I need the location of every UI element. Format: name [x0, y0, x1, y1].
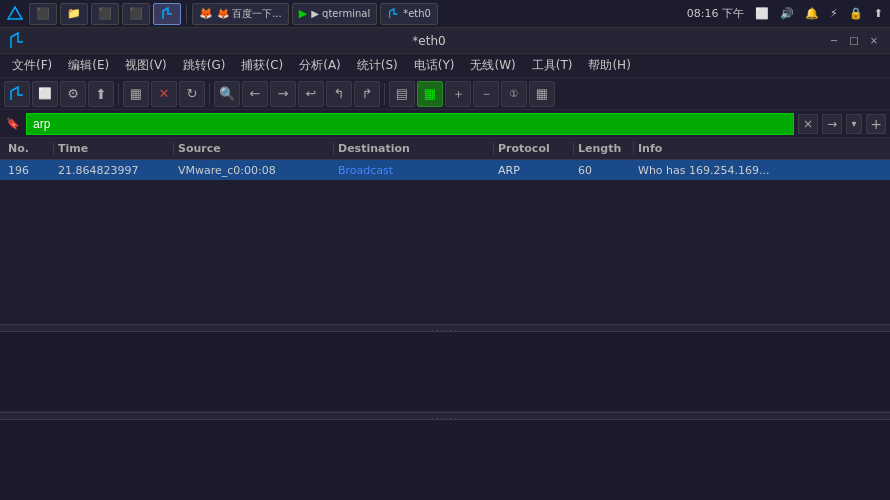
cell-source: VMware_c0:00:08 [174, 164, 334, 177]
col-info: Info [634, 142, 886, 155]
qterminal-label: ▶ qterminal [311, 8, 370, 19]
toolbar-settings-btn[interactable]: ⚙ [60, 81, 86, 107]
apply-icon: → [827, 117, 837, 131]
toolbar-open-btn[interactable]: ⬆ [88, 81, 114, 107]
taskbar: ⬛ 📁 ⬛ ⬛ 🦊 🦊 百度一下... ▶ ▶ qterminal *eth0 … [0, 0, 890, 28]
table-row[interactable]: 196 21.864823997 VMware_c0:00:08 Broadca… [0, 160, 890, 180]
toolbar-step-back-btn[interactable]: ↰ [326, 81, 352, 107]
cell-destination: Broadcast [334, 164, 494, 177]
terminal-icon: ⬛ [98, 7, 112, 20]
col-length: Length [574, 142, 634, 155]
cell-info: Who has 169.254.169... [634, 164, 886, 177]
back-icon: ← [250, 86, 261, 101]
menu-bar: 文件(F) 编辑(E) 视图(V) 跳转(G) 捕获(C) 分析(A) 统计(S… [0, 54, 890, 78]
filter-clear-button[interactable]: × [798, 114, 818, 134]
toolbar-col-btn[interactable]: ▦ [529, 81, 555, 107]
toolbar-sep-2 [209, 83, 210, 105]
wireshark-eth0-btn[interactable]: *eth0 [380, 3, 438, 25]
minimize-button[interactable]: − [826, 33, 842, 49]
toolbar-return-btn[interactable]: ↩ [298, 81, 324, 107]
toolbar-table-btn[interactable]: ▦ [123, 81, 149, 107]
volume-icon: 🔊 [777, 7, 797, 20]
wireshark-window: *eth0 − □ × 文件(F) 编辑(E) 视图(V) 跳转(G) 捕获(C… [0, 28, 890, 500]
filter-input[interactable] [26, 113, 794, 135]
shark-icon [9, 86, 25, 102]
toolbar-fwd-btn[interactable]: → [270, 81, 296, 107]
toolbar-zoom-btn[interactable]: 🔍 [214, 81, 240, 107]
toolbar-list-btn[interactable]: ▤ [389, 81, 415, 107]
step-fwd-icon: ↱ [362, 86, 373, 101]
filter-add-button[interactable]: + [866, 114, 886, 134]
wireshark-task-btn[interactable] [153, 3, 181, 25]
window-controls: − □ × [826, 33, 882, 49]
toolbar-close-btn[interactable]: ✕ [151, 81, 177, 107]
grid-icon: ▦ [424, 86, 436, 101]
menu-wireless[interactable]: 无线(W) [462, 55, 523, 76]
col-destination: Destination [334, 142, 494, 155]
toolbar-interface-btn[interactable]: ⬜ [32, 81, 58, 107]
toolbar-minus-btn[interactable]: － [473, 81, 499, 107]
menu-phone[interactable]: 电话(Y) [406, 55, 463, 76]
filter-apply-button[interactable]: → [822, 114, 842, 134]
firefox-btn[interactable]: 🦊 🦊 百度一下... [192, 3, 289, 25]
terminal-btn[interactable]: ⬛ [91, 3, 119, 25]
qterminal-btn[interactable]: ▶ ▶ qterminal [292, 3, 377, 25]
maximize-button[interactable]: □ [846, 33, 862, 49]
taskbar-right-area: 08:16 下午 ⬜ 🔊 🔔 ⚡ 🔒 ⬆ [684, 6, 886, 21]
app-icon: ⬛ [129, 7, 143, 20]
pane-divider-1[interactable]: ...... [0, 324, 890, 332]
col-protocol: Protocol [494, 142, 574, 155]
menu-help[interactable]: 帮助(H) [580, 55, 638, 76]
desktop-btn[interactable]: ⬛ [29, 3, 57, 25]
menu-file[interactable]: 文件(F) [4, 55, 60, 76]
filter-bookmark-icon: 🔖 [4, 115, 22, 133]
toolbar-num-btn[interactable]: ① [501, 81, 527, 107]
toolbar-step-fwd-btn[interactable]: ↱ [354, 81, 380, 107]
system-menu-icon[interactable] [4, 3, 26, 25]
toolbar-back-btn[interactable]: ← [242, 81, 268, 107]
taskbar-separator [186, 5, 187, 23]
minus-icon: － [480, 85, 493, 103]
pane-divider-2[interactable]: ...... [0, 412, 890, 420]
folder-btn[interactable]: 📁 [60, 3, 88, 25]
filter-dropdown-button[interactable]: ▾ [846, 114, 862, 134]
hex-pane [0, 420, 890, 500]
packet-list: No. Time Source Destination Protocol Len… [0, 138, 890, 324]
col-no: No. [4, 142, 54, 155]
toolbar-grid-btn[interactable]: ▦ [417, 81, 443, 107]
filter-bar: 🔖 × → ▾ + [0, 110, 890, 138]
toolbar-add-btn[interactable]: ＋ [445, 81, 471, 107]
add-icon: ＋ [452, 85, 465, 103]
toolbar-restart-btn[interactable]: ↻ [179, 81, 205, 107]
list-icon: ▤ [396, 86, 408, 101]
col-icon: ▦ [536, 86, 548, 101]
num-icon: ① [510, 88, 519, 99]
lock-icon: 🔒 [846, 7, 866, 20]
close-cap-icon: ✕ [159, 86, 170, 101]
firefox-label: 🦊 百度一下... [217, 7, 282, 21]
step-back-icon: ↰ [334, 86, 345, 101]
cell-no: 196 [4, 164, 54, 177]
menu-jump[interactable]: 跳转(G) [175, 55, 234, 76]
menu-statistics[interactable]: 统计(S) [349, 55, 406, 76]
toolbar-shark-btn[interactable] [4, 81, 30, 107]
forward-icon: → [278, 86, 289, 101]
cell-time: 21.864823997 [54, 164, 174, 177]
cell-length: 60 [574, 164, 634, 177]
menu-capture[interactable]: 捕获(C) [233, 55, 291, 76]
menu-analyze[interactable]: 分析(A) [291, 55, 349, 76]
menu-edit[interactable]: 编辑(E) [60, 55, 117, 76]
app-btn[interactable]: ⬛ [122, 3, 150, 25]
close-button[interactable]: × [866, 33, 882, 49]
power-icon: ⚡ [827, 7, 841, 20]
menu-tools[interactable]: 工具(T) [524, 55, 581, 76]
window-title: *eth0 [32, 34, 826, 48]
menu-view[interactable]: 视图(V) [117, 55, 175, 76]
wireshark-logo [8, 32, 26, 50]
packet-list-header: No. Time Source Destination Protocol Len… [0, 138, 890, 160]
open-icon: ⬆ [95, 86, 107, 102]
packet-scroll-area[interactable]: 196 21.864823997 VMware_c0:00:08 Broadca… [0, 160, 890, 324]
qterminal-icon: ▶ [299, 7, 307, 20]
col-time: Time [54, 142, 174, 155]
restart-icon: ↻ [187, 86, 198, 101]
